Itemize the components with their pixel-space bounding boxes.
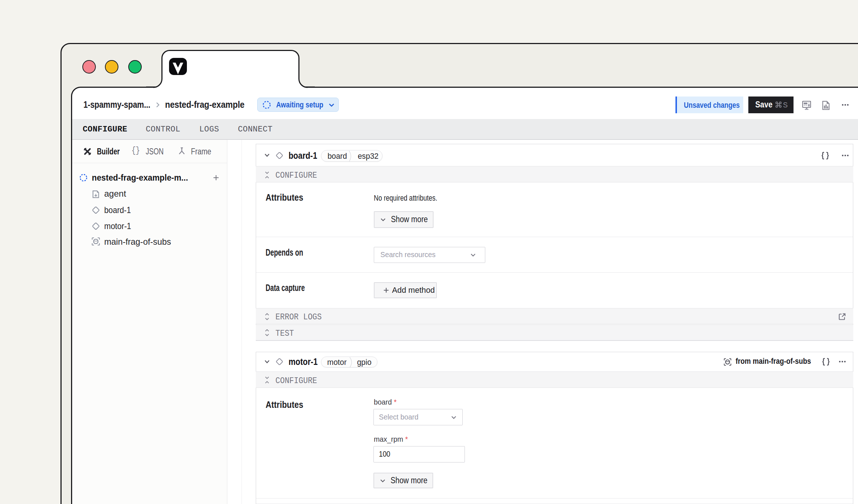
svg-text:S: S [783, 101, 788, 109]
